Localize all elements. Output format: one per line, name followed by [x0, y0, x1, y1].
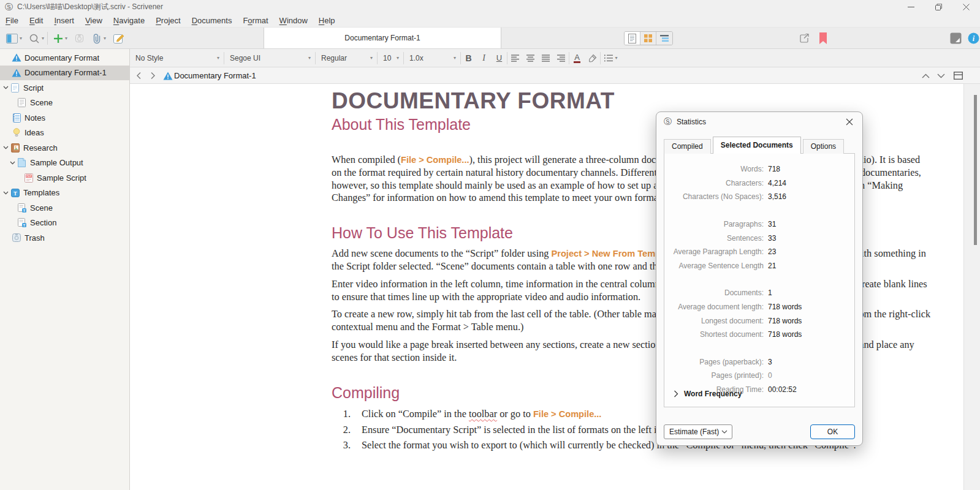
- dialog-tab-options[interactable]: Options: [803, 139, 844, 154]
- binder-caret-icon[interactable]: ▾: [20, 36, 22, 41]
- search-caret-icon[interactable]: ▾: [42, 36, 44, 41]
- binder-item-label: Research: [23, 143, 58, 153]
- minimize-button[interactable]: [897, 0, 925, 14]
- chevron-down-icon[interactable]: [2, 146, 10, 149]
- menu-insert[interactable]: Insert: [48, 15, 80, 26]
- estimate-mode-select[interactable]: Estimate (Fast): [664, 424, 732, 439]
- menu-view[interactable]: View: [80, 15, 108, 26]
- font-size-value: 10: [383, 54, 391, 62]
- menu-file[interactable]: File: [0, 15, 24, 26]
- document-view-button[interactable]: [625, 32, 640, 45]
- next-document-button[interactable]: [937, 67, 945, 84]
- editor-scrollbar[interactable]: [963, 84, 980, 490]
- binder-toggle-button[interactable]: ▾: [6, 28, 22, 49]
- scrivener-window: Ⓢ C:\Users\喵喵\Desktop\测试.scriv - Scriven…: [0, 0, 980, 490]
- stat-row-average-sentence-length: Average Sentence Length21: [664, 259, 854, 273]
- align-justify-button[interactable]: [538, 51, 553, 66]
- menu-documents[interactable]: Documents: [186, 15, 238, 26]
- stat-value: 718 words: [768, 303, 802, 311]
- dialog-title: Statistics: [677, 118, 706, 126]
- align-right-button[interactable]: [553, 51, 569, 66]
- menu-window[interactable]: Window: [274, 15, 313, 26]
- font-select[interactable]: Segoe UI▾: [224, 49, 315, 67]
- text-color-button[interactable]: A: [569, 51, 585, 66]
- document-tab[interactable]: Documentary Format-1: [264, 28, 501, 48]
- add-caret-icon[interactable]: ▾: [65, 36, 67, 41]
- menu-project[interactable]: Project: [150, 15, 186, 26]
- binder-item-scene[interactable]: TScene: [0, 200, 129, 216]
- notebook-icon: [11, 113, 21, 123]
- history-forward-button[interactable]: [150, 67, 156, 84]
- binder-item-script[interactable]: Script: [0, 80, 129, 96]
- menu-navigate[interactable]: Navigate: [108, 15, 150, 26]
- split-editor-button[interactable]: [954, 67, 963, 84]
- binder-item-sample-output[interactable]: Sample Output: [0, 156, 129, 171]
- toolbar-separator: [47, 32, 48, 45]
- underline-button[interactable]: U: [492, 51, 507, 66]
- stat-label: Pages (printed):: [664, 371, 764, 380]
- stat-value: 718 words: [768, 330, 802, 339]
- menu-help[interactable]: Help: [313, 15, 341, 26]
- list-format-button[interactable]: ▾: [601, 51, 621, 66]
- dialog-title-bar[interactable]: Ⓢ Statistics: [656, 112, 862, 132]
- quick-note-button[interactable]: [113, 28, 124, 49]
- menu-edit[interactable]: Edit: [24, 15, 48, 26]
- search-button[interactable]: ▾: [29, 28, 44, 49]
- add-item-button[interactable]: ▾: [53, 28, 67, 49]
- editor-header-title: Documentary Format-1: [174, 67, 256, 84]
- inspector-info-button[interactable]: i: [968, 28, 979, 49]
- previous-document-button[interactable]: [922, 67, 930, 84]
- stat-row-average-document-length: Average document length:718 words: [664, 300, 854, 314]
- binder-item-documentary-format[interactable]: Documentary Format: [0, 50, 129, 66]
- outliner-view-button[interactable]: [656, 32, 672, 45]
- align-left-button[interactable]: [507, 51, 523, 66]
- binder-item-notes[interactable]: Notes: [0, 110, 129, 126]
- font-size-select[interactable]: 10▾: [378, 49, 403, 67]
- binder-item-research[interactable]: Research: [0, 140, 129, 156]
- binder-item-documentary-format-1[interactable]: Documentary Format-1: [0, 66, 129, 81]
- highlight-button[interactable]: [585, 51, 600, 66]
- word-frequency-toggle[interactable]: Word Frequency: [674, 390, 742, 398]
- stat-row-average-paragraph-length: Average Paragraph Length:23: [664, 245, 854, 259]
- line-spacing-select[interactable]: 1.0x▾: [404, 49, 460, 67]
- binder-item-sample-script[interactable]: PDFSample Script: [0, 170, 129, 186]
- italic-button[interactable]: I: [476, 51, 492, 66]
- binder-item-templates[interactable]: TTemplates: [0, 186, 129, 201]
- restore-button[interactable]: [925, 0, 952, 14]
- stat-label: Shortest document:: [664, 330, 764, 339]
- page-template-icon: T: [17, 218, 27, 227]
- dialog-tab-selected-documents[interactable]: Selected Documents: [713, 137, 801, 154]
- font-weight-value: Regular: [321, 54, 347, 62]
- stat-value: 31: [768, 220, 776, 228]
- chevron-down-icon[interactable]: [2, 191, 10, 195]
- history-back-button[interactable]: [136, 67, 142, 84]
- close-button[interactable]: [952, 0, 980, 14]
- chevron-down-icon[interactable]: [9, 161, 17, 165]
- font-weight-select[interactable]: Regular▾: [316, 49, 377, 67]
- menu-path-link[interactable]: File > Compile...: [533, 409, 602, 419]
- align-center-button[interactable]: [523, 51, 538, 66]
- svg-text:PDF: PDF: [26, 175, 31, 178]
- document-title: DOCUMENTARY FORMAT: [332, 88, 932, 115]
- dialog-tab-compiled[interactable]: Compiled: [664, 139, 711, 154]
- binder-item-section[interactable]: TSection: [0, 216, 129, 231]
- share-button[interactable]: [799, 28, 810, 49]
- bookmark-icon[interactable]: [819, 28, 827, 49]
- menu-path-link[interactable]: File > Compile...: [401, 155, 469, 165]
- dialog-close-icon[interactable]: [841, 115, 857, 129]
- chevron-down-icon[interactable]: [2, 86, 10, 89]
- menu-format[interactable]: Format: [237, 15, 273, 26]
- ok-button-label: OK: [827, 428, 838, 436]
- binder-item-ideas[interactable]: Ideas: [0, 126, 129, 141]
- binder-item-trash[interactable]: Trash: [0, 230, 129, 246]
- compose-mode-button[interactable]: [950, 28, 962, 49]
- bold-button[interactable]: B: [461, 51, 476, 66]
- attach-caret-icon[interactable]: ▾: [104, 36, 106, 41]
- stat-label: Paragraphs:: [664, 220, 764, 228]
- binder-item-scene[interactable]: Scene: [0, 96, 129, 111]
- style-select[interactable]: No Style▾: [130, 49, 224, 67]
- scrollbar-thumb[interactable]: [974, 95, 977, 245]
- attach-file-button[interactable]: ▾: [92, 28, 106, 49]
- ok-button[interactable]: OK: [810, 424, 855, 439]
- corkboard-view-button[interactable]: [640, 32, 656, 45]
